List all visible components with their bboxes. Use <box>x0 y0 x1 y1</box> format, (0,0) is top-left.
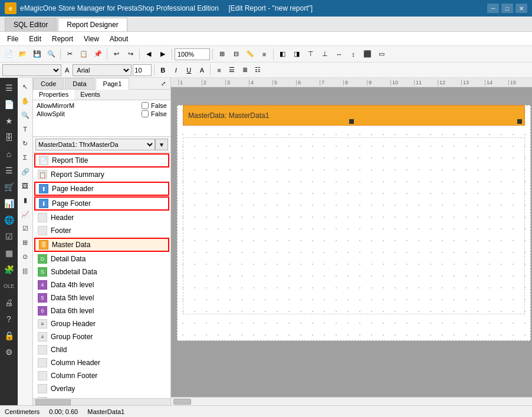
align-right-button[interactable]: ▶ <box>156 48 169 61</box>
datasource-select[interactable]: MasterData1: TfrxMasterDa <box>35 139 155 150</box>
font-color-button[interactable]: A <box>196 64 208 76</box>
band-item-header[interactable]: Header <box>33 211 170 224</box>
sidebar-list-icon[interactable]: ☰ <box>1 163 17 178</box>
sidebar-print-icon[interactable]: 🖨 <box>1 295 17 310</box>
sidebar-star-icon[interactable]: ★ <box>1 113 17 129</box>
band-item-subdetail-data[interactable]: S Subdetail Data <box>33 265 170 278</box>
text-align-left[interactable]: ≡ <box>213 64 225 76</box>
rulers-button[interactable]: 📏 <box>244 48 257 61</box>
text-align-justify[interactable]: ☷ <box>252 64 264 76</box>
band-item-data5[interactable]: 5 Data 5th level <box>33 291 170 304</box>
band-item-detail-data[interactable]: D Detail Data <box>33 252 170 265</box>
gauge-tool[interactable]: ⊙ <box>19 250 32 263</box>
maximize-button[interactable]: □ <box>501 4 513 13</box>
allowmirror-checkbox[interactable] <box>142 102 149 109</box>
align7-button[interactable]: ⬛ <box>361 48 374 61</box>
menu-view[interactable]: View <box>79 34 104 44</box>
redo-button[interactable]: ↪ <box>124 48 137 61</box>
align4-button[interactable]: ⊥ <box>318 48 331 61</box>
cut-button[interactable]: ✂ <box>63 48 76 61</box>
barcode-tool[interactable]: ||| <box>19 264 32 277</box>
master-data-band[interactable]: MasterData: MasterData1 <box>183 105 525 126</box>
bands-button[interactable]: ≡ <box>258 48 271 61</box>
save-button[interactable]: 💾 <box>31 48 44 61</box>
text-align-center[interactable]: ☰ <box>226 64 238 76</box>
align6-button[interactable]: ↕ <box>347 48 360 61</box>
tab-sql-editor[interactable]: SQL Editor <box>5 18 57 31</box>
checkbox-tool[interactable]: ☑ <box>19 222 32 235</box>
table-tool[interactable]: ⊞ <box>19 236 32 249</box>
bar-tool[interactable]: ▮ <box>19 193 32 206</box>
italic-button[interactable]: I <box>170 64 182 76</box>
band-item-page-footer[interactable]: ⬇ Page Footer <box>34 196 169 211</box>
chart-tool[interactable]: 📈 <box>19 208 32 221</box>
sidebar-lock-icon[interactable]: 🔒 <box>1 328 17 343</box>
text-align-right[interactable]: ≣ <box>239 64 251 76</box>
band-item-group-footer[interactable]: ≡ Group Footer <box>33 330 170 343</box>
tab-events[interactable]: Events <box>74 90 106 100</box>
sidebar-help-icon[interactable]: ? <box>1 311 17 327</box>
tab-data[interactable]: Data <box>65 78 94 89</box>
expand-panel-button[interactable]: ⤢ <box>159 79 168 88</box>
align-left-button[interactable]: ◀ <box>142 48 155 61</box>
band-item-page-header[interactable]: ⬆ Page Header <box>34 182 169 196</box>
open-button[interactable]: 📂 <box>17 48 29 61</box>
menu-file[interactable]: File <box>2 34 23 44</box>
band-item-footer[interactable]: Footer <box>33 224 170 237</box>
undo-button[interactable]: ↩ <box>110 48 123 61</box>
align3-button[interactable]: ⊤ <box>304 48 317 61</box>
align5-button[interactable]: ↔ <box>333 48 346 61</box>
band-item-report-summary[interactable]: 📋 Report Summary <box>33 168 170 181</box>
tab-properties[interactable]: Properties <box>33 90 74 100</box>
align2-button[interactable]: ◨ <box>290 48 303 61</box>
sidebar-home-icon[interactable]: ⌂ <box>1 146 17 162</box>
font-size-input[interactable] <box>133 64 152 76</box>
zoom-input[interactable]: 100% <box>175 48 210 60</box>
style-select[interactable] <box>2 64 61 76</box>
sidebar-pages-icon[interactable]: 📄 <box>1 97 17 112</box>
minimize-button[interactable]: ─ <box>487 4 499 13</box>
bold-button[interactable]: B <box>157 64 169 76</box>
align8-button[interactable]: ▭ <box>375 48 388 61</box>
paste-button[interactable]: 📌 <box>91 48 104 61</box>
sidebar-checkbox-icon[interactable]: ☑ <box>1 229 17 244</box>
hand-tool[interactable]: ✋ <box>19 94 32 107</box>
sidebar-cart-icon[interactable]: 🛒 <box>1 179 17 195</box>
sidebar-bars-icon[interactable]: ▦ <box>1 245 17 261</box>
link-tool[interactable]: 🔗 <box>19 165 32 178</box>
snap-button[interactable]: ⊟ <box>229 48 242 61</box>
font-name-select[interactable]: Arial <box>73 64 132 76</box>
band-item-report-title[interactable]: 📄 Report Title <box>34 153 169 168</box>
datasource-expand-button[interactable]: ▼ <box>155 139 168 150</box>
canvas-scroll[interactable]: MasterData: MasterData1 <box>171 87 532 397</box>
band-item-data4[interactable]: 4 Data 4th level <box>33 278 170 291</box>
menu-report[interactable]: Report <box>47 34 78 44</box>
sidebar-database-icon[interactable]: 🗄 <box>1 130 17 145</box>
underline-button[interactable]: U <box>183 64 195 76</box>
text-tool[interactable]: T <box>19 123 32 136</box>
sidebar-menu-icon[interactable]: ☰ <box>1 80 17 96</box>
new-button[interactable]: 📄 <box>2 48 15 61</box>
sidebar-puzzle-icon[interactable]: 🧩 <box>1 262 17 277</box>
band-resize-handle-2[interactable] <box>349 119 354 124</box>
band-item-group-header[interactable]: ≡ Group Header <box>33 317 170 330</box>
grid-button[interactable]: ⊞ <box>215 48 228 61</box>
band-item-data6[interactable]: 6 Data 6th level <box>33 304 170 317</box>
sidebar-ole-icon[interactable]: OLE <box>1 278 17 294</box>
bands-list[interactable]: 📄 Report Title 📋 Report Summary ⬆ Page H… <box>33 153 170 398</box>
band-item-overlay[interactable]: Overlay <box>33 382 170 395</box>
align1-button[interactable]: ◧ <box>276 48 289 61</box>
sigma-tool[interactable]: Σ <box>19 151 32 164</box>
band-item-child[interactable]: Child <box>33 343 170 356</box>
sidebar-globe-icon[interactable]: 🌐 <box>1 212 17 228</box>
allowsplit-checkbox[interactable] <box>142 110 149 117</box>
print-preview-button[interactable]: 🔍 <box>45 48 58 61</box>
sidebar-settings-icon[interactable]: ⚙ <box>1 344 17 360</box>
sidebar-chart-icon[interactable]: 📊 <box>1 196 17 211</box>
rotate-tool[interactable]: ↻ <box>19 137 32 150</box>
band-resize-handle-1[interactable] <box>517 119 522 124</box>
tab-report-designer[interactable]: Report Designer <box>58 18 127 31</box>
copy-button[interactable]: 📋 <box>77 48 90 61</box>
band-item-column-footer[interactable]: Column Footer <box>33 369 170 382</box>
tab-page1[interactable]: Page1 <box>96 78 130 90</box>
